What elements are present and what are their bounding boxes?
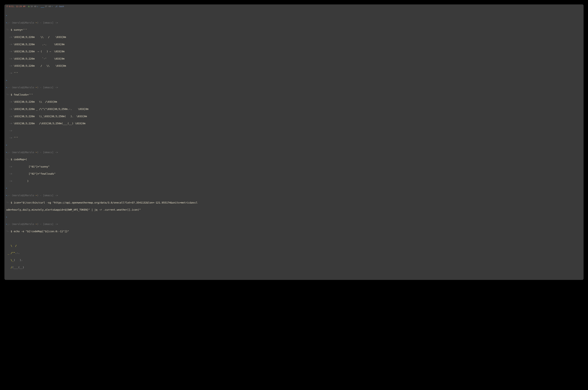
prompt-corner: └─ [6, 201, 9, 204]
blank-line: ▶ [6, 186, 582, 190]
output-line: \_( ). [6, 258, 582, 262]
process-name: -bash [58, 5, 64, 8]
terminal-window: 8/11, 12:29 AM 🖧 16 kB↓ ▁▁▁ 37 kB↑ ⎇ -ba… [4, 4, 584, 280]
prompt-line: ▶┌─ (marslo@iMarslo ~) - [emacs] -> [6, 86, 582, 89]
command-text: echo -e "${!codeMap["${icon:0:-1}"]}" [14, 230, 69, 233]
continuation-line[interactable]: -> ''' [6, 71, 582, 75]
command-text: \033[38;5;226m \\_\033[38;5;250m( ). \03… [12, 115, 87, 118]
status-bar: 8/11, 12:29 AM 🖧 16 kB↓ ▁▁▁ 37 kB↑ ⎇ -ba… [4, 4, 584, 9]
ascii-art: ( ). [14, 259, 23, 261]
continuation-line[interactable]: -> \033[38;5;226m ― ( ) ― \033[0m [6, 50, 582, 53]
cont-arrow: -> [6, 100, 12, 103]
prompt-cwd: ~ [36, 194, 37, 197]
output-line: _ /"".-. [6, 251, 582, 255]
command-text: \033[38;5;226m _ /\"\"\033[38;5;250m.-. … [12, 108, 89, 110]
branch-icon: ⎇ [55, 5, 57, 8]
command-line[interactable]: └─ $ icon="$(/usr/bin/curl -sg "https://… [6, 201, 582, 204]
cont-arrow: -> [6, 172, 12, 175]
command-text: icon="$(/usr/bin/curl -sg "https://api.o… [14, 201, 197, 204]
net-spark: ▁▁▁ [41, 5, 44, 8]
gutter-arrow-icon: ▶ [6, 79, 7, 81]
prompt-context: (marslo@iMarslo [10, 21, 36, 24]
cont-arrow: -> [6, 122, 12, 125]
net-up-value: 37 kB [45, 5, 51, 8]
terminal-content[interactable]: ▶ ▶┌─ (marslo@iMarslo ~) - [emacs] -> └─… [4, 9, 584, 280]
continuation-line[interactable]: -> \033[38;5;226m /\033[38;5;250m(___(__… [6, 122, 582, 125]
prompt-line: ▶┌─ (marslo@iMarslo ~) - [emacs] -> [6, 150, 582, 154]
prompt-corner: └─ [6, 93, 9, 96]
gutter-arrow-icon: ▶ [6, 15, 7, 16]
cont-arrow: -> [6, 115, 12, 118]
command-text: \033[38;5;226m ― ( ) ― \033[0m [12, 50, 64, 53]
prompt-corner: └─ [6, 28, 9, 31]
gutter-arrow-icon: ▶ [6, 187, 7, 189]
command-text: fewClouds=''' [14, 93, 33, 96]
output-line: /(___(__) [6, 266, 582, 269]
process-status: ⎇ -bash [55, 5, 64, 8]
prompt-context: (marslo@iMarslo [10, 194, 36, 197]
continuation-line[interactable]: -> \033[38;5;226m / \\ \033[0m [6, 64, 582, 68]
ascii-art: \_ [6, 259, 14, 261]
ascii-art: .-. [15, 251, 20, 254]
command-text: ) [12, 180, 29, 182]
command-text: ["02"]="fewClouds" [12, 172, 55, 175]
continuation-line[interactable]: -> ["02"]="fewClouds" [6, 172, 582, 176]
prompt-dollar: $ [11, 201, 12, 204]
command-text: ''' [12, 136, 18, 139]
continuation-line[interactable]: -> ) [6, 179, 582, 183]
prompt-corner: ┌─ [7, 194, 10, 197]
prompt-corner: └─ [6, 158, 9, 161]
continuation-line[interactable]: -> \033[38;5;226m .-. \033[0m [6, 43, 582, 46]
prompt-cwd: ~ [36, 151, 37, 154]
continuation-line[interactable]: -> ["01"]="sunny" [6, 165, 582, 168]
blank-line: ▶ [6, 14, 582, 17]
continuation-line[interactable]: -> \033[38;5;226m _ /\"\"\033[38;5;250m.… [6, 107, 582, 111]
continuation-line[interactable]: -> \033[38;5;226m `-' \033[0m [6, 57, 582, 60]
continuation-line[interactable]: -> \033[38;5;226m \\_\033[38;5;250m( ). … [6, 114, 582, 118]
cont-arrow: -> [6, 180, 12, 182]
prompt-suffix: ) - [emacs] -> [37, 86, 58, 89]
cont-arrow: -> [6, 108, 12, 110]
prompt-suffix: ) - [emacs] -> [37, 194, 58, 197]
cont-arrow: -> [6, 165, 12, 168]
prompt-line: ▶┌─ (marslo@iMarslo ~) - [emacs] -> [6, 222, 582, 226]
prompt-corner: └─ [6, 230, 9, 233]
continuation-line[interactable]: -> ''' [6, 136, 582, 140]
prompt-cwd: ~ [36, 86, 37, 89]
cont-arrow: -> [6, 50, 12, 53]
continuation-line[interactable]: -> \033[38;5;226m \\ /\033[0m [6, 100, 582, 103]
prompt-corner: ┌─ [7, 151, 10, 154]
prompt-context: (marslo@iMarslo [10, 223, 36, 226]
prompt-context: (marslo@iMarslo [10, 86, 36, 89]
gutter-arrow-icon: ▶ [6, 144, 7, 146]
network-up: ▁▁▁ 37 kB↑ [41, 5, 53, 8]
command-line[interactable]: └─ $ sunny=''' [6, 28, 582, 32]
cont-arrow: -> [6, 43, 12, 46]
continuation-line[interactable]: -> \033[38;5;226m \\ / \033[0m [6, 35, 582, 39]
command-line[interactable]: └─ $ codeMap=( [6, 158, 582, 161]
command-text: codeMap=( [14, 158, 27, 161]
ascii-art: \ / [6, 244, 17, 247]
prompt-dollar: $ [11, 28, 12, 31]
command-line[interactable]: └─ $ fewClouds=''' [6, 93, 582, 97]
blank-line: ▶ [6, 79, 582, 82]
command-text: ude=hourly,daily,minutely,alerts&appid=$… [6, 208, 141, 211]
prompt-corner: ┌─ [7, 86, 10, 89]
prompt-suffix: ) - [emacs] -> [37, 151, 58, 154]
continuation-line[interactable]: -> [6, 129, 582, 132]
cont-arrow: -> [6, 136, 12, 139]
ascii-art: / [6, 266, 12, 269]
command-text: \033[38;5;226m / \\ \033[0m [12, 64, 66, 67]
command-wrap[interactable]: ude=hourly,daily,minutely,alerts&appid=$… [6, 208, 582, 211]
cont-arrow: -> [6, 36, 12, 39]
prompt-corner: ┌─ [7, 21, 10, 24]
output-line: \ / [6, 244, 582, 247]
command-text: \033[38;5;226m .-. \033[0m [12, 43, 64, 46]
clock-time: 8/11, 12:29 AM [9, 5, 25, 8]
command-line[interactable]: └─ $ echo -e "${!codeMap["${icon:0:-1}"]… [6, 230, 582, 233]
output-line [6, 237, 582, 240]
cont-arrow: -> [6, 72, 12, 74]
ascii-art: _ /"" [6, 251, 15, 254]
prompt-suffix: ) - [emacs] -> [37, 21, 58, 24]
command-text: \033[38;5;226m `-' \033[0m [12, 57, 64, 60]
